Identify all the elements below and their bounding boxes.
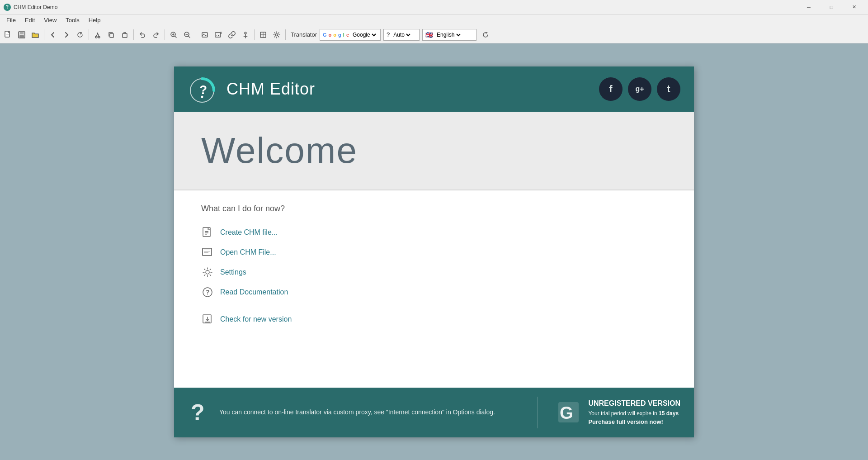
svg-text:?: ? [199, 83, 207, 97]
settings-item[interactable]: Settings [201, 262, 667, 282]
twitter-button[interactable]: t [657, 77, 680, 101]
facebook-button[interactable]: f [599, 77, 623, 101]
undo-button[interactable] [136, 28, 149, 41]
forward-button[interactable] [60, 28, 73, 41]
open-folder-button[interactable] [29, 28, 42, 41]
google-icon: G [323, 32, 327, 38]
auto-selector[interactable]: ? Auto [383, 29, 420, 41]
settings-toolbar-button[interactable] [270, 28, 283, 41]
maximize-button[interactable]: □ [821, 0, 842, 14]
actions-title: What can I do for now? [201, 204, 667, 213]
docs-item[interactable]: ? Read Documentation [201, 282, 667, 302]
separator-6 [254, 29, 255, 40]
menu-bar: File Edit View Tools Help [0, 14, 868, 26]
app-window: ? CHM Editor f g+ t Welcome [174, 66, 694, 437]
svg-rect-6 [19, 35, 24, 38]
back-button[interactable] [47, 28, 59, 41]
svg-rect-30 [203, 248, 212, 256]
title-bar: ? CHM Editor Demo ─ □ ✕ [0, 0, 868, 14]
welcome-section: Welcome [174, 112, 694, 190]
separator-4 [165, 29, 165, 40]
footer-version: G UNREGISTERED VERSION Your trial period… [556, 399, 680, 425]
svg-text:?: ? [206, 289, 210, 296]
open-chm-label: Open CHM File... [220, 248, 276, 256]
create-icon [201, 226, 214, 239]
menu-file[interactable]: File [2, 16, 20, 24]
footer-version-text: UNREGISTERED VERSION Your trial period w… [588, 399, 680, 425]
svg-rect-33 [204, 252, 208, 253]
window-controls: ─ □ ✕ [798, 0, 864, 14]
refresh-translator-button[interactable] [479, 28, 492, 41]
menu-tools[interactable]: Tools [61, 16, 84, 24]
docs-icon: ? [201, 286, 214, 299]
main-area: ? CHM Editor f g+ t Welcome [0, 43, 868, 460]
svg-rect-31 [204, 250, 210, 250]
language-select[interactable]: English [435, 31, 462, 38]
app-icon: ? [4, 4, 11, 11]
app-header: ? CHM Editor f g+ t [174, 66, 694, 112]
open-icon [201, 246, 214, 259]
save-button[interactable] [15, 28, 28, 41]
zoom-in-button[interactable] [167, 28, 180, 41]
create-chm-item[interactable]: Create CHM file... [201, 223, 667, 242]
svg-text:?: ? [191, 400, 205, 425]
footer-q-svg: ? [190, 400, 208, 425]
action-separator [201, 302, 667, 309]
google-selector[interactable]: G o o g l e Google [320, 29, 381, 41]
actions-section: What can I do for now? Create CHM file..… [174, 190, 694, 388]
minimize-button[interactable]: ─ [798, 0, 819, 14]
copy-button[interactable] [105, 28, 118, 41]
paste-button[interactable] [118, 28, 131, 41]
zoom-out-button[interactable] [181, 28, 193, 41]
settings-label: Settings [220, 268, 246, 276]
app-logo-icon: ? [188, 73, 219, 105]
create-chm-label: Create CHM file... [220, 228, 278, 237]
footer-divider [538, 397, 538, 428]
google-icon-6: e [346, 32, 349, 38]
insert-image2-button[interactable] [212, 28, 225, 41]
update-item[interactable]: Check for new version [201, 309, 667, 329]
menu-help[interactable]: Help [84, 16, 105, 24]
menu-view[interactable]: View [39, 16, 61, 24]
insert-link-button[interactable] [226, 28, 238, 41]
insert-anchor-button[interactable] [239, 28, 252, 41]
google-select[interactable]: Google [351, 31, 377, 38]
close-button[interactable]: ✕ [844, 0, 864, 14]
social-icons: f g+ t [599, 77, 680, 101]
welcome-heading: Welcome [201, 130, 667, 171]
new-file-button[interactable] [2, 28, 14, 41]
svg-rect-9 [110, 33, 113, 38]
open-chm-item[interactable]: Open CHM File... [201, 242, 667, 262]
svg-rect-10 [123, 33, 127, 38]
separator-5 [196, 29, 196, 40]
svg-point-24 [201, 95, 203, 98]
svg-rect-5 [20, 32, 24, 34]
separator-3 [133, 29, 134, 40]
google-plus-button[interactable]: g+ [628, 77, 651, 101]
refresh-button[interactable] [74, 28, 86, 41]
insert-table-button[interactable] [257, 28, 269, 41]
menu-edit[interactable]: Edit [20, 16, 39, 24]
docs-label: Read Documentation [220, 288, 288, 296]
insert-image-button[interactable] [198, 28, 211, 41]
svg-rect-3 [6, 36, 8, 36]
redo-button[interactable] [150, 28, 162, 41]
update-label: Check for new version [220, 315, 292, 323]
footer-purchase-link[interactable]: Purchase full version now! [588, 418, 680, 425]
translator-label: Translator [291, 31, 317, 38]
svg-text:G: G [560, 403, 573, 422]
svg-rect-27 [205, 232, 208, 233]
settings-icon [201, 266, 214, 279]
english-selector[interactable]: 🇬🇧 English [422, 29, 476, 41]
footer-question-icon: ? [188, 400, 210, 425]
flag-icon: 🇬🇧 [425, 31, 433, 38]
google-icon-5: l [343, 32, 344, 38]
cut-button[interactable] [91, 28, 104, 41]
app-logo: ? CHM Editor [188, 73, 315, 105]
toolbar: Translator G o o g l e Google ? Auto 🇬🇧 … [0, 26, 868, 43]
svg-rect-2 [6, 35, 9, 35]
google-icon-3: o [333, 32, 336, 38]
auto-select[interactable]: Auto [392, 31, 412, 38]
footer-version-sub: Your trial period will expire in 15 days [588, 409, 680, 418]
footer-hint-text: You can connect to on-line translator vi… [219, 407, 519, 417]
